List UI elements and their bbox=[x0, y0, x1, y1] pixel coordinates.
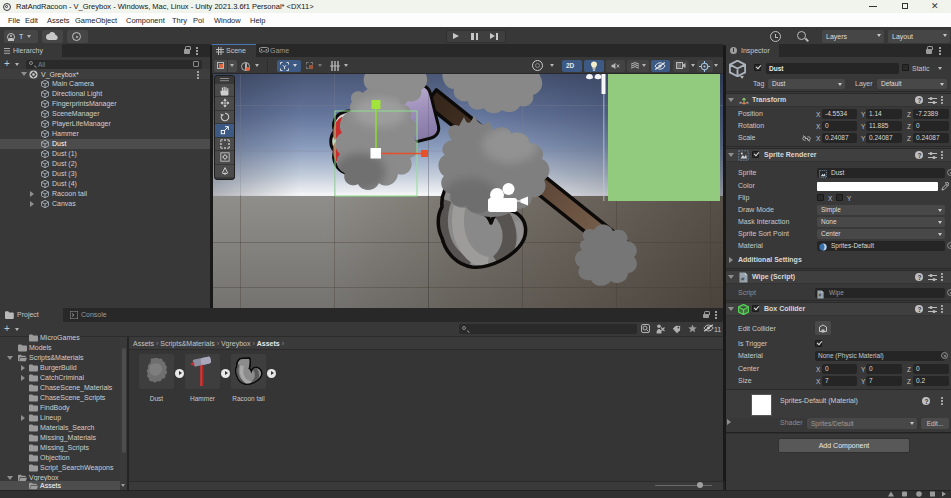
svg-text:#: # bbox=[819, 292, 822, 297]
